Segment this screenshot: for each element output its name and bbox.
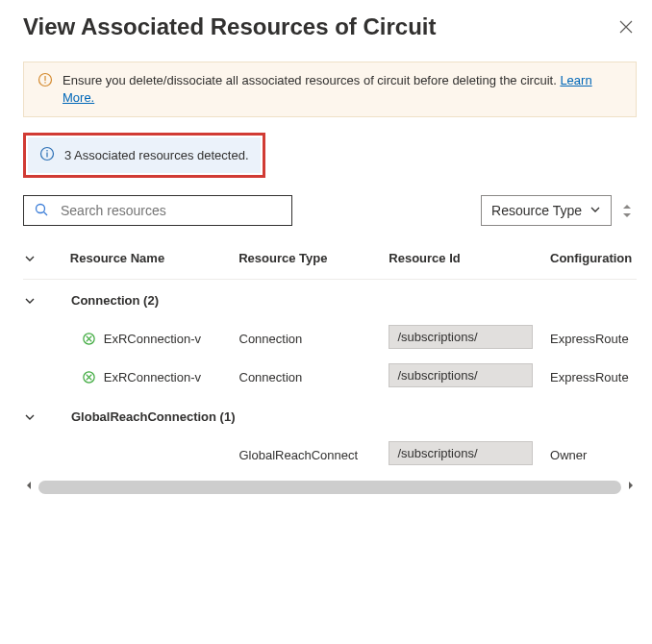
resource-config: ExpressRoute bbox=[550, 370, 637, 384]
resource-id[interactable]: /subscriptions/ bbox=[389, 363, 533, 387]
col-header-type[interactable]: Resource Type bbox=[238, 251, 389, 265]
resource-id[interactable]: /subscriptions/ bbox=[389, 441, 533, 465]
search-input[interactable] bbox=[23, 195, 292, 226]
filter-label: Resource Type bbox=[491, 203, 582, 218]
info-banner: 3 Associated resources detected. bbox=[28, 137, 261, 173]
col-header-id[interactable]: Resource Id bbox=[389, 251, 550, 265]
resource-config: ExpressRoute bbox=[550, 332, 637, 346]
resource-type: GlobalReachConnect bbox=[239, 448, 389, 462]
scroll-left-icon[interactable] bbox=[23, 480, 35, 494]
group-header[interactable]: Connection (2) bbox=[23, 280, 637, 319]
group-label: GlobalReachConnection (1) bbox=[54, 409, 246, 424]
page-title: View Associated Resources of Circuit bbox=[23, 13, 436, 40]
svg-line-7 bbox=[44, 211, 48, 215]
resource-name[interactable]: ExRConnection-v bbox=[104, 370, 201, 384]
svg-rect-5 bbox=[46, 150, 47, 151]
chevron-down-icon[interactable] bbox=[23, 294, 54, 308]
col-header-conf[interactable]: Configuration bbox=[550, 251, 637, 265]
table-row: ExRConnection-v Connection /subscription… bbox=[23, 319, 637, 358]
svg-rect-2 bbox=[44, 82, 45, 83]
resource-name[interactable]: ExRConnection-v bbox=[104, 332, 201, 346]
col-header-name[interactable]: Resource Name bbox=[53, 251, 238, 265]
scroll-track[interactable] bbox=[38, 481, 621, 494]
connection-icon bbox=[82, 370, 96, 384]
resource-type: Connection bbox=[239, 332, 389, 346]
warning-text: Ensure you delete/dissociate all associa… bbox=[63, 73, 560, 87]
info-text: 3 Associated resources detected. bbox=[64, 148, 249, 162]
resource-config: Owner bbox=[550, 448, 637, 462]
horizontal-scrollbar[interactable] bbox=[23, 480, 637, 494]
resource-type-filter[interactable]: Resource Type bbox=[481, 195, 612, 226]
table-row: ExRConnection-v Connection /subscription… bbox=[23, 358, 637, 396]
close-icon[interactable] bbox=[615, 16, 637, 37]
svg-point-6 bbox=[37, 204, 45, 212]
search-icon bbox=[34, 202, 49, 220]
warning-icon bbox=[38, 72, 53, 90]
svg-rect-1 bbox=[44, 76, 45, 81]
resource-table: Resource Name Resource Type Resource Id … bbox=[23, 251, 637, 474]
table-row: GlobalReachConnect /subscriptions/ Owner bbox=[23, 435, 637, 474]
svg-rect-4 bbox=[46, 153, 47, 158]
collapse-all-toggle[interactable] bbox=[23, 252, 53, 265]
sort-control[interactable] bbox=[621, 203, 633, 219]
info-icon bbox=[39, 146, 55, 164]
group-header[interactable]: GlobalReachConnection (1) bbox=[23, 396, 637, 435]
scroll-right-icon[interactable] bbox=[625, 480, 637, 494]
chevron-down-icon[interactable] bbox=[23, 410, 54, 424]
resource-id[interactable]: /subscriptions/ bbox=[389, 325, 533, 349]
resource-type: Connection bbox=[239, 370, 389, 384]
group-label: Connection (2) bbox=[54, 293, 246, 308]
search-field[interactable] bbox=[59, 202, 282, 219]
chevron-down-icon bbox=[589, 203, 601, 218]
connection-icon bbox=[82, 332, 96, 346]
warning-banner: Ensure you delete/dissociate all associa… bbox=[23, 62, 637, 117]
